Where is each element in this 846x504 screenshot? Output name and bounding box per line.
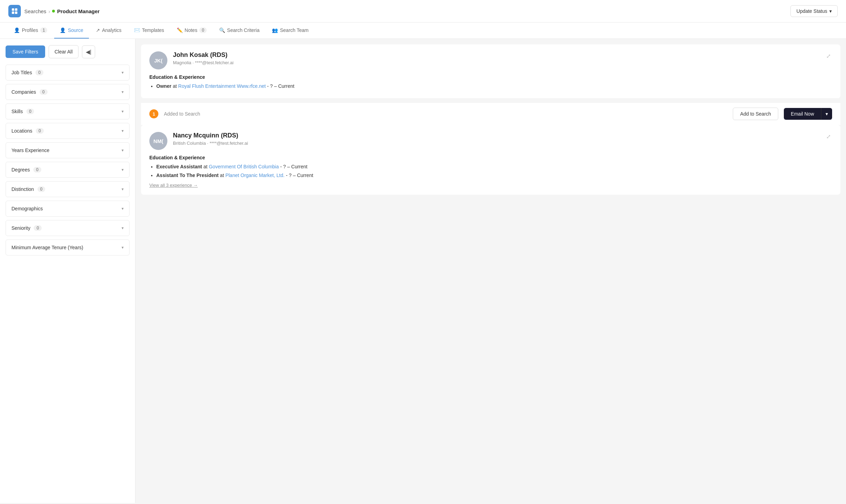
filter-skills-left: Skills 0 [11, 109, 34, 114]
content-area: JK( John Kosak (RDS) Magnolia · ****@tes… [135, 39, 846, 503]
view-all-experience[interactable]: View all 3 experience → [149, 183, 198, 188]
list-item: Assistant To The President at Planet Org… [156, 172, 832, 179]
added-to-search-bar: 1 Added to Search Add to Search Email No… [141, 102, 840, 125]
tab-source[interactable]: 👤 Source [54, 23, 89, 39]
filter-skills-label: Skills [11, 109, 23, 114]
tab-search-team[interactable]: 👥 Search Team [266, 23, 314, 39]
status-dot [52, 10, 55, 12]
breadcrumb: Searches › Product Manager [24, 8, 100, 14]
filter-minimum-average-tenure-left: Minimum Average Tenure (Years) [11, 245, 83, 250]
avatar-nancy: NM( [149, 132, 167, 150]
svg-rect-2 [12, 11, 14, 14]
sidebar: Save Filters Clear All ◀| Job Titles 0 ▾… [0, 39, 135, 503]
profile-card-inner-nancy: NM( Nancy Mcquinn (RDS) British Columbia… [141, 125, 840, 195]
update-status-button[interactable]: Update Status ▾ [790, 5, 838, 17]
tab-notes[interactable]: ✏️ Notes 0 [171, 23, 212, 39]
tab-analytics[interactable]: ↗ Analytics [90, 23, 127, 39]
app-logo [8, 5, 21, 17]
profile-info-john: John Kosak (RDS) Magnolia · ****@test.fe… [173, 51, 233, 65]
filter-demographics[interactable]: Demographics ▾ [6, 201, 130, 217]
tab-templates-label: Templates [142, 27, 164, 33]
update-status-label: Update Status [796, 8, 827, 14]
filter-companies-chevron: ▾ [122, 90, 124, 94]
exp-role: Executive Assistant [156, 164, 202, 169]
filter-degrees-left: Degrees 0 [11, 167, 41, 173]
clear-all-button[interactable]: Clear All [49, 45, 78, 58]
exp-role: Owner [156, 83, 172, 89]
collapse-sidebar-button[interactable]: ◀| [82, 45, 95, 58]
filter-skills[interactable]: Skills 0 ▾ [6, 103, 130, 119]
exp-list-john: Owner at Royal Flush Entertainment Www.r… [149, 83, 832, 90]
filter-distinction-count: 0 [38, 186, 45, 192]
edu-exp-title-john: Education & Experience [149, 74, 832, 80]
exp-company-link[interactable]: Government Of British Columbia [209, 164, 279, 169]
exp-company-link[interactable]: Royal Flush Entertainment Www.rfce.net [178, 83, 266, 89]
filter-years-experience-left: Years Experience [11, 148, 49, 153]
source-icon: 👤 [60, 27, 66, 33]
filter-job-titles-count: 0 [35, 70, 43, 75]
sidebar-actions: Save Filters Clear All ◀| [6, 45, 130, 58]
svg-rect-3 [15, 11, 17, 14]
svg-rect-0 [12, 8, 14, 11]
email-now-dropdown-button[interactable]: ▾ [821, 108, 832, 120]
tab-search-team-label: Search Team [280, 27, 308, 33]
tab-search-criteria[interactable]: 🔍 Search Criteria [214, 23, 265, 39]
profile-name-john: John Kosak (RDS) [173, 51, 233, 59]
added-count: 1 [152, 111, 155, 117]
filter-minimum-average-tenure[interactable]: Minimum Average Tenure (Years) ▾ [6, 240, 130, 255]
breadcrumb-title: Product Manager [57, 8, 100, 14]
analytics-icon: ↗ [96, 27, 100, 33]
filter-skills-chevron: ▾ [122, 109, 124, 114]
exp-role: Assistant To The President [156, 173, 218, 178]
exp-company-link[interactable]: Planet Organic Market, Ltd. [225, 173, 284, 178]
save-filters-button[interactable]: Save Filters [6, 45, 45, 58]
profile-sub-nancy: British Columbia · ****@test.fetcher.ai [173, 141, 248, 146]
filter-locations-label: Locations [11, 128, 32, 134]
exp-list-nancy: Executive Assistant at Government Of Bri… [149, 163, 832, 179]
tab-templates[interactable]: ✉️ Templates [128, 23, 170, 39]
update-status-chevron: ▾ [829, 8, 832, 14]
edu-exp-title-nancy: Education & Experience [149, 155, 832, 160]
filter-minimum-average-tenure-chevron: ▾ [122, 245, 124, 250]
profile-name-nancy: Nancy Mcquinn (RDS) [173, 132, 248, 139]
filter-distinction-label: Distinction [11, 186, 34, 192]
added-text: Added to Search [164, 111, 727, 117]
filter-job-titles[interactable]: Job Titles 0 ▾ [6, 65, 130, 81]
filter-companies[interactable]: Companies 0 ▾ [6, 84, 130, 100]
filter-degrees[interactable]: Degrees 0 ▾ [6, 162, 130, 178]
main-layout: Save Filters Clear All ◀| Job Titles 0 ▾… [0, 39, 846, 503]
add-to-search-button[interactable]: Add to Search [733, 108, 778, 120]
filter-seniority-count: 0 [34, 225, 42, 231]
expand-icon-nancy[interactable]: ⤢ [825, 132, 832, 141]
filter-years-experience[interactable]: Years Experience ▾ [6, 142, 130, 158]
tab-profiles-badge: 1 [40, 27, 48, 33]
filter-job-titles-chevron: ▾ [122, 70, 124, 75]
expand-icon-john[interactable]: ⤢ [825, 51, 832, 61]
tab-profiles[interactable]: 👤 Profiles 1 [8, 23, 53, 39]
email-now-dropdown-icon: ▾ [826, 111, 828, 117]
tab-analytics-label: Analytics [102, 27, 122, 33]
email-now-button[interactable]: Email Now [784, 108, 821, 120]
tab-bar: 👤 Profiles 1 👤 Source ↗ Analytics ✉️ Tem… [0, 23, 846, 39]
top-bar-left: Searches › Product Manager [8, 5, 100, 17]
avatar-john: JK( [149, 51, 167, 69]
edu-exp-section-john: Education & Experience Owner at Royal Fl… [149, 74, 832, 90]
breadcrumb-parent[interactable]: Searches [24, 8, 46, 14]
email-now-group: Email Now ▾ [784, 108, 832, 120]
filter-years-experience-chevron: ▾ [122, 148, 124, 153]
filter-distinction[interactable]: Distinction 0 ▾ [6, 181, 130, 197]
templates-icon: ✉️ [134, 27, 140, 33]
filter-degrees-label: Degrees [11, 167, 30, 173]
filter-seniority-label: Seniority [11, 225, 30, 231]
filter-locations[interactable]: Locations 0 ▾ [6, 123, 130, 139]
added-badge: 1 [149, 109, 158, 118]
clear-all-label: Clear All [55, 49, 73, 54]
profile-sub-john: Magnolia · ****@test.fetcher.ai [173, 60, 233, 65]
email-now-label: Email Now [791, 111, 814, 117]
filter-seniority[interactable]: Seniority 0 ▾ [6, 220, 130, 236]
profile-header-john: JK( John Kosak (RDS) Magnolia · ****@tes… [149, 51, 233, 69]
filter-seniority-chevron: ▾ [122, 226, 124, 230]
search-team-icon: 👥 [272, 27, 278, 33]
search-criteria-icon: 🔍 [219, 27, 225, 33]
profiles-icon: 👤 [14, 27, 20, 33]
